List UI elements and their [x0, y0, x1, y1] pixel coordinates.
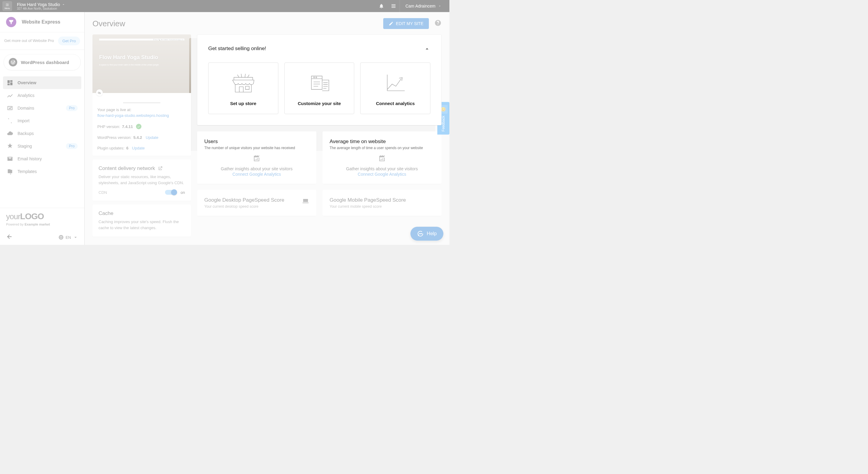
connect-analytics-label: Connect analytics	[376, 101, 415, 106]
email-icon	[7, 156, 13, 162]
live-text: Your page is live at:	[97, 107, 186, 112]
nav-item-backups[interactable]: Backups	[3, 127, 81, 140]
nav-list: Overview Analytics Domains Pro Import Ba…	[0, 75, 84, 180]
notifications-icon[interactable]	[375, 3, 388, 9]
users-cta-link[interactable]: Connect Google Analytics	[204, 172, 309, 177]
help-label: Help	[427, 231, 437, 236]
avg-time-cta-link[interactable]: Connect Google Analytics	[330, 172, 435, 177]
menu-button[interactable]: Menu	[2, 1, 12, 11]
get-started-panel: Get started selling online! Set up store	[197, 34, 441, 125]
plugin-count: 6	[126, 146, 128, 150]
sidebar-footer: yourLOGO Powered by Example market	[0, 208, 84, 230]
avg-time-title: Average time on website	[330, 139, 435, 145]
help-icon-button[interactable]	[434, 19, 441, 28]
brand-icon	[6, 17, 16, 27]
cdn-card: Content delivery network Deliver your st…	[92, 160, 191, 201]
svg-point-0	[6, 4, 7, 5]
cdn-toggle[interactable]	[165, 190, 177, 195]
customize-icon	[306, 71, 333, 95]
store-icon	[230, 71, 257, 95]
pencil-icon	[389, 21, 394, 26]
nav-label: Templates	[18, 169, 78, 174]
nav-item-import[interactable]: Import	[3, 114, 81, 127]
setup-store-card[interactable]: Set up store	[208, 63, 278, 114]
pro-badge: Pro	[66, 143, 78, 149]
svg-point-2	[421, 233, 421, 234]
nav-label: Email history	[18, 157, 78, 161]
chevron-down-icon	[73, 235, 78, 240]
pagespeed-desktop-card: Google Desktop PageSpeed Score Your curr…	[197, 190, 316, 216]
edit-site-button[interactable]: Edit my site	[383, 18, 429, 29]
nav-label: Analytics	[18, 93, 78, 98]
cache-card: Cache Caching improves your site's speed…	[92, 204, 191, 237]
php-version: 7.4.11	[122, 124, 133, 129]
avg-time-subtitle: The average length of time a user spends…	[330, 146, 435, 150]
globe-icon	[58, 235, 64, 240]
menu-label: Menu	[4, 7, 10, 9]
studio-address: 327 4th Ave North, Saskatoon	[17, 7, 65, 10]
preview-subtitle: A space to find your inner calm in the m…	[99, 64, 184, 66]
cache-card-title: Cache	[98, 210, 185, 216]
site-url-link[interactable]: flow-hard-yoga-studio.websitepro.hosting	[97, 113, 169, 118]
cache-card-desc: Caching improves your site's speed. Flus…	[98, 219, 185, 231]
apps-icon[interactable]	[388, 3, 400, 9]
svg-point-1	[419, 233, 420, 234]
customize-site-card[interactable]: Customize your site	[284, 63, 354, 114]
templates-icon	[7, 168, 13, 175]
plugin-update-link[interactable]: Update	[132, 146, 145, 150]
plugin-label: Plugin updates:	[97, 146, 125, 150]
connect-analytics-card[interactable]: Connect analytics	[360, 63, 430, 114]
user-menu[interactable]: Cam Adraincem	[400, 0, 447, 12]
nav-item-domains[interactable]: Domains Pro	[3, 102, 81, 114]
nav-label: Staging	[18, 144, 62, 148]
users-subtitle: The number of unique visitors your websi…	[204, 146, 309, 150]
pagespeed-mobile-title: Google Mobile PageSpeed Score	[330, 197, 435, 203]
back-button[interactable]	[6, 233, 13, 241]
chat-icon	[417, 230, 424, 237]
users-card: Users The number of unique visitors your…	[197, 131, 316, 184]
chevron-down-icon	[62, 3, 65, 6]
wp-version: 5.4.2	[133, 135, 142, 140]
help-bubble[interactable]: Help	[410, 227, 443, 241]
chevron-down-icon	[438, 4, 441, 8]
username: Cam Adraincem	[405, 4, 435, 8]
pagespeed-desktop-subtitle: Your current desktop speed score	[204, 204, 309, 209]
open-in-new-icon[interactable]	[157, 166, 163, 171]
nav-item-analytics[interactable]: Analytics	[3, 89, 81, 102]
main-content: Overview Edit my site ☰ Home📞 306 719300…	[85, 12, 450, 245]
setup-store-label: Set up store	[230, 101, 256, 106]
nav-item-overview[interactable]: Overview	[3, 76, 81, 89]
users-cta-text: Gather insights about your site visitors	[204, 166, 309, 171]
avg-time-card: Average time on website The average leng…	[322, 131, 442, 184]
wordpress-dashboard-button[interactable]: WordPress dashboard	[4, 54, 81, 70]
site-preview[interactable]: ☰ Home📞 306 7193000✉ hello@flowhardyoga.…	[92, 34, 191, 93]
preview-scrollbar[interactable]	[123, 102, 160, 103]
topbar: Menu Flow Hard Yoga Studio 327 4th Ave N…	[0, 0, 450, 12]
feedback-label: Feedback	[441, 115, 445, 132]
users-title: Users	[204, 139, 309, 145]
analytics-chart-icon	[382, 71, 409, 95]
studio-selector[interactable]: Flow Hard Yoga Studio 327 4th Ave North,…	[17, 2, 65, 10]
wp-update-link[interactable]: Update	[146, 135, 158, 140]
sidebar-bottom-row: EN	[0, 230, 84, 245]
nav-item-templates[interactable]: Templates	[3, 165, 81, 178]
nav-label: Import	[18, 118, 78, 123]
get-started-title: Get started selling online!	[208, 45, 430, 52]
laptop-icon	[302, 197, 309, 206]
svg-point-3	[422, 233, 422, 234]
partner-logo: yourLOGO	[6, 212, 78, 221]
brand-row: Website Express	[0, 12, 84, 32]
language-label: EN	[66, 235, 71, 240]
sidebar: Website Express Get more out of Website …	[0, 12, 85, 245]
add-chart-icon	[204, 155, 309, 163]
nav-item-email[interactable]: Email history	[3, 153, 81, 165]
analytics-icon	[7, 92, 13, 99]
avg-time-cta-text: Gather insights about your site visitors	[330, 166, 435, 171]
pro-badge: Pro	[66, 105, 78, 111]
cdn-label: CDN	[98, 190, 165, 195]
language-selector[interactable]: EN	[58, 235, 78, 240]
brand-title: Website Express	[22, 19, 60, 25]
nav-item-staging[interactable]: Staging Pro	[3, 140, 81, 153]
get-pro-button[interactable]: Get Pro	[58, 37, 80, 45]
collapse-button[interactable]	[424, 45, 430, 54]
